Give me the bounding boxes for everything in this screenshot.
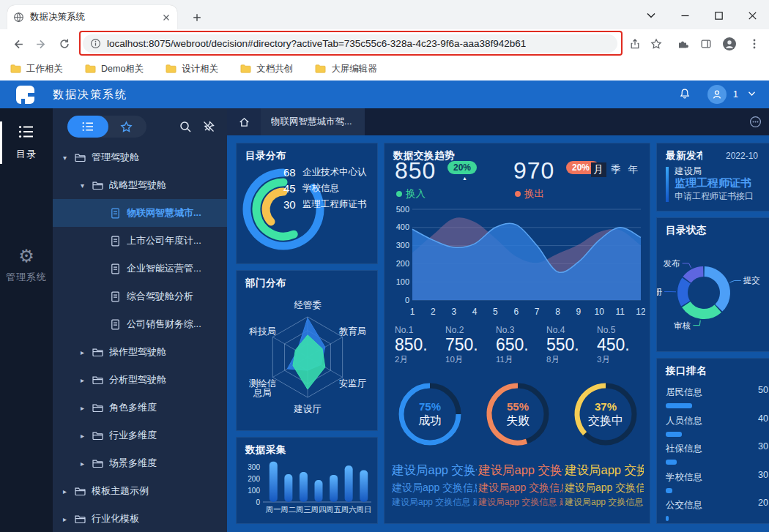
svg-text:周六: 周六 xyxy=(341,505,357,514)
rail-item-directory[interactable]: 目录 xyxy=(0,108,53,187)
ticker-message[interactable]: 建设局app 交换信息 xyxy=(392,461,477,480)
kpi-legend: 换出 xyxy=(515,187,544,201)
svg-text:200: 200 xyxy=(396,259,409,268)
donut-label: 提交 xyxy=(743,276,760,285)
ranking-value: 750. xyxy=(445,335,496,354)
ticker-message[interactable]: 建设局app 交换信息 xyxy=(565,480,644,496)
maximize-button[interactable] xyxy=(702,6,735,25)
bar-周三 xyxy=(300,472,308,502)
tree-caret-icon[interactable]: ▸ xyxy=(81,460,90,468)
active-tab-label: 物联网智慧城市驾... xyxy=(271,116,352,128)
info-icon[interactable] xyxy=(90,38,101,49)
api-rank-bar xyxy=(666,403,692,408)
browser-tab[interactable]: 数据决策系统 xyxy=(7,5,177,29)
api-rank-value: 30 xyxy=(758,441,768,452)
close-window-button[interactable] xyxy=(735,6,769,25)
side-panel-icon[interactable] xyxy=(697,35,715,53)
tree-item[interactable]: 综合驾驶舱分析 xyxy=(53,282,227,310)
bookmark-folder[interactable]: Demo相关 xyxy=(85,63,144,75)
tree-item[interactable]: ▸行业多维度 xyxy=(53,422,227,449)
url-bar[interactable]: localhost:8075/webroot/decision#director… xyxy=(83,34,617,53)
ticker-message[interactable]: 建设局app 交换信息 建 xyxy=(478,495,563,509)
user-menu-chevron-icon[interactable] xyxy=(748,91,756,97)
radar-axis-label: 教育局 xyxy=(339,326,367,337)
ticker-message[interactable]: 建设局app 交换信息 xyxy=(392,480,477,496)
tree-item[interactable]: ▸操作型驾驶舱 xyxy=(53,338,227,366)
bookmark-folder[interactable]: 大屏编辑器 xyxy=(315,63,377,75)
latest-desc: 申请工程师证书接口 xyxy=(675,190,754,203)
minimize-button[interactable] xyxy=(668,6,702,25)
kebab-menu-icon[interactable] xyxy=(746,35,763,53)
period-option[interactable]: 季 xyxy=(608,162,624,177)
tree-item[interactable]: 物联网智慧城市... xyxy=(53,199,227,227)
tree-item[interactable]: ▸场景多维度 xyxy=(53,449,227,477)
legend-row: 30监理工程师证书 xyxy=(283,196,367,212)
tree-caret-icon[interactable]: ▸ xyxy=(81,348,90,356)
tree-item[interactable]: 公司销售财务综... xyxy=(53,310,227,338)
ticker-message[interactable]: 建设局app 交换信息 xyxy=(565,461,644,480)
tree-item[interactable]: 上市公司年度计... xyxy=(53,227,227,255)
tree-caret-icon[interactable]: ▸ xyxy=(81,376,90,384)
extensions-puzzle-icon[interactable] xyxy=(674,35,691,53)
profile-avatar-icon[interactable] xyxy=(721,35,738,53)
tree-item[interactable]: ▾管理驾驶舱 xyxy=(53,143,227,171)
window-chevron-icon[interactable] xyxy=(634,6,668,25)
tree-caret-icon[interactable]: ▾ xyxy=(63,154,73,162)
unpin-icon[interactable] xyxy=(202,120,215,133)
svg-text:周二: 周二 xyxy=(281,505,296,514)
bookmark-folder[interactable]: 文档共创 xyxy=(240,63,293,75)
gauge-label: 成功 xyxy=(418,413,442,429)
folder-icon xyxy=(315,64,326,74)
tree-item[interactable]: ▸分析型驾驶舱 xyxy=(53,366,227,394)
legend-label: 学校信息 xyxy=(302,182,339,195)
tree-caret-icon[interactable]: ▸ xyxy=(63,515,73,523)
tree-item[interactable]: ▸角色多维度 xyxy=(53,394,227,422)
bookmark-star-icon[interactable] xyxy=(647,35,665,53)
active-report-tab[interactable]: 物联网智慧城市驾... xyxy=(261,108,365,135)
user-avatar[interactable] xyxy=(707,85,727,104)
folder-icon xyxy=(74,513,86,525)
bookmark-folder[interactable]: 设计相关 xyxy=(166,63,218,75)
period-option[interactable]: 月 xyxy=(591,162,607,177)
tab-close-icon[interactable] xyxy=(161,12,171,23)
bar-周六 xyxy=(345,465,353,502)
rail-item-management[interactable]: ⚙ 管理系统 xyxy=(0,231,53,284)
gauge-失败: 55%失败 xyxy=(483,378,553,451)
reload-icon[interactable] xyxy=(56,35,73,53)
donut-label: 发布 xyxy=(664,259,681,268)
period-option[interactable]: 年 xyxy=(625,162,642,177)
share-icon[interactable] xyxy=(626,35,644,53)
ticker-message[interactable]: 建设局app 交换信息 建 xyxy=(565,495,644,509)
svg-text:100: 100 xyxy=(248,487,260,495)
tree-caret-icon[interactable]: ▸ xyxy=(63,487,73,495)
tree-caret-icon[interactable]: ▾ xyxy=(81,181,90,190)
new-tab-button[interactable] xyxy=(187,8,207,27)
directory-view-toggle[interactable] xyxy=(67,116,108,138)
svg-text:4: 4 xyxy=(472,307,478,317)
tree-item[interactable]: ▸模板主题示例 xyxy=(53,477,227,505)
notification-bell-icon[interactable] xyxy=(678,87,691,101)
gauge-text: 75%成功 xyxy=(395,378,465,451)
ticker-message[interactable]: 建设局app 交换信息 xyxy=(478,480,563,496)
tab-more-icon[interactable] xyxy=(749,116,762,128)
ticker-message[interactable]: 建设局app 交换信息 xyxy=(478,461,563,480)
app-logo[interactable] xyxy=(16,86,34,104)
forward-icon[interactable] xyxy=(32,35,50,53)
home-tab[interactable] xyxy=(227,108,261,135)
favorites-view-toggle[interactable] xyxy=(105,116,146,138)
tree-caret-icon[interactable]: ▸ xyxy=(81,432,90,440)
ticker-row: 建设局app 交换信息建设局app 交换信息建设局app 交换信息 xyxy=(392,480,644,496)
latest-name[interactable]: 监理工程师证书 xyxy=(675,176,751,190)
ranking-month: 2月 xyxy=(395,354,445,365)
tree-item[interactable]: ▾战略型驾驶舱 xyxy=(53,171,227,199)
tree-caret-icon[interactable]: ▸ xyxy=(81,404,90,412)
tree-item-label: 上市公司年度计... xyxy=(127,234,201,247)
search-icon[interactable] xyxy=(179,120,192,133)
ticker-message[interactable]: 建设局app 交换信息 建 xyxy=(392,495,477,509)
tree-item-label: 企业智能运营管... xyxy=(127,262,201,275)
back-icon[interactable] xyxy=(9,35,26,53)
svg-text:周四: 周四 xyxy=(311,505,327,514)
tree-item[interactable]: 企业智能运营管... xyxy=(53,255,227,282)
tree-item[interactable]: ▸行业化模板 xyxy=(53,505,227,532)
bookmark-folder[interactable]: 工作相关 xyxy=(10,63,63,75)
